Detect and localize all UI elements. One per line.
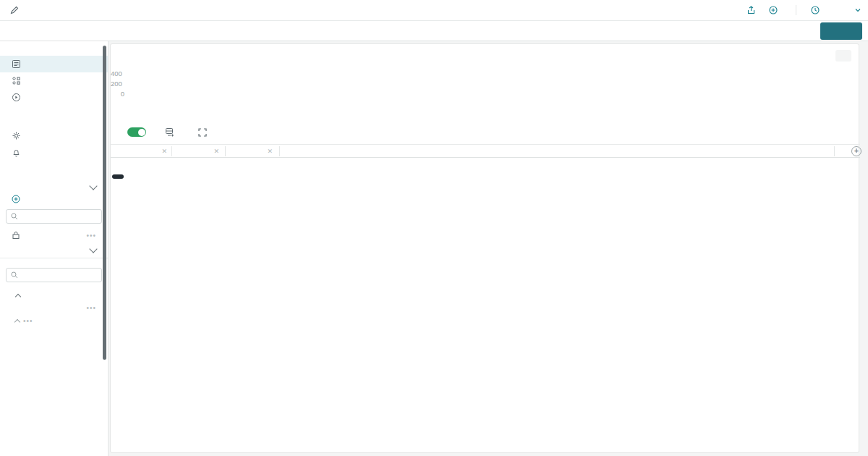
search-icon: [11, 213, 18, 220]
search-saved-views-input[interactable]: [6, 209, 102, 224]
column-header-hostname[interactable]: ✕: [228, 145, 277, 158]
chevron-down-icon: [89, 245, 97, 253]
chevron-down-icon: [89, 182, 97, 190]
query-logs-button[interactable]: [820, 22, 862, 40]
log-volume-chart[interactable]: [111, 64, 860, 101]
application-attributes-header[interactable]: [0, 285, 108, 300]
column-separator: [834, 146, 835, 156]
patterns-icon: [12, 76, 21, 85]
chevron-down-icon: [855, 8, 861, 12]
gear-icon: [12, 131, 21, 140]
expand-logs-toggle[interactable]: [122, 127, 146, 137]
series-marker: [142, 80, 145, 83]
table-controls: [122, 127, 212, 137]
search-results-count: [0, 258, 108, 265]
add-column-button[interactable]: +: [851, 146, 861, 156]
clock-icon: [811, 6, 820, 14]
section-views-attrs: [0, 161, 108, 182]
more-options-icon[interactable]: •••: [23, 317, 33, 325]
log-query-input[interactable]: [6, 23, 814, 39]
remove-column-icon[interactable]: ✕: [161, 148, 167, 155]
share-button[interactable]: [747, 6, 759, 14]
sidebar-item-all-logs[interactable]: [0, 56, 108, 72]
more-options-icon[interactable]: •••: [86, 304, 96, 312]
dashboard-icon: [165, 127, 174, 137]
attribute-service-name[interactable]: •••: [0, 313, 108, 326]
section-your-logs: [0, 41, 108, 56]
column-separator: [171, 146, 172, 156]
sidebar-item-patterns[interactable]: [0, 72, 108, 89]
logs-panel: 400 200 0 ✕ ✕ ✕: [110, 43, 859, 453]
attributes-header[interactable]: [0, 245, 108, 255]
level-tooltip: [112, 174, 124, 179]
panel-more-button[interactable]: [835, 50, 851, 62]
edit-pencil-icon[interactable]: [7, 4, 22, 17]
save-current-view-button[interactable]: [0, 192, 108, 206]
chevron-up-icon: [15, 294, 21, 300]
sidebar-item-parsing[interactable]: [0, 127, 108, 144]
series-marker: [142, 86, 145, 89]
search-attributes-input[interactable]: [6, 268, 102, 282]
plus-circle-icon: [769, 6, 778, 14]
share-icon: [747, 6, 755, 14]
filter-bar: [0, 21, 868, 41]
bell-icon: [12, 148, 21, 157]
column-header-level[interactable]: ✕: [174, 145, 224, 158]
expand-icon: [198, 128, 207, 137]
divider: [796, 5, 796, 15]
log-table-body: [111, 158, 860, 454]
saved-views-header[interactable]: [0, 182, 108, 192]
column-separator: [225, 146, 226, 156]
show-more-button[interactable]: [0, 326, 108, 338]
time-range-picker[interactable]: [811, 6, 861, 14]
remove-column-icon[interactable]: ✕: [267, 148, 273, 155]
toggle-on-icon[interactable]: [127, 127, 146, 137]
column-header-timestamp[interactable]: ✕: [124, 145, 171, 158]
column-header-message[interactable]: [282, 145, 427, 158]
plus-circle-icon: [12, 195, 20, 203]
more-options-icon[interactable]: •••: [86, 232, 96, 240]
column-separator: [279, 146, 280, 156]
sidebar-item-create-alert[interactable]: [0, 144, 108, 161]
search-icon: [11, 271, 18, 279]
add-to-dashboard-button[interactable]: [165, 127, 179, 137]
sidebar-item-livetail[interactable]: [0, 89, 108, 106]
saved-view-message-hostname[interactable]: •••: [0, 228, 108, 242]
expand-table-button[interactable]: [198, 128, 212, 137]
sidebar-scrollbar[interactable]: [103, 46, 106, 360]
sidebar: ••• ••• •••: [0, 41, 109, 456]
livetail-play-icon: [12, 93, 21, 102]
remove-column-icon[interactable]: ✕: [213, 148, 219, 155]
document-icon: [12, 59, 21, 69]
section-manage-data: [0, 106, 108, 127]
top-nav: [0, 0, 868, 21]
table-header: ✕ ✕ ✕ +: [111, 144, 860, 158]
add-data-sources-button[interactable]: [769, 6, 781, 14]
attribute-hostname[interactable]: •••: [0, 300, 108, 313]
lock-icon: [12, 231, 20, 240]
chevron-up-icon: [14, 319, 20, 325]
